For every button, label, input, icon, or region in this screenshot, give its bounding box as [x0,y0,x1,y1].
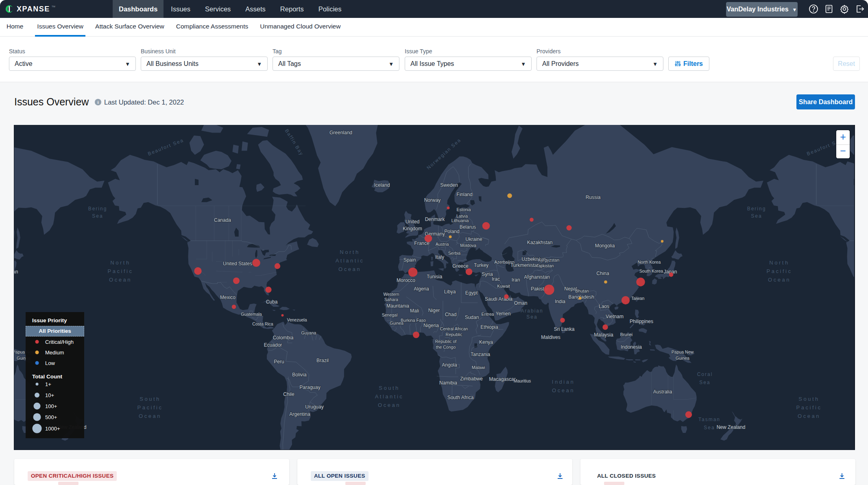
svg-text:Russia: Russia [586,194,601,200]
svg-text:Sweden: Sweden [440,182,458,188]
svg-text:Spain: Spain [403,257,416,263]
svg-text:Greenland: Greenland [329,130,352,135]
svg-text:Eritrea: Eritrea [482,312,494,317]
svg-text:Republic: Republic [446,332,462,337]
svg-text:Coral: Coral [697,371,713,377]
svg-text:Guinea: Guinea [390,321,403,326]
svg-text:Zimbabwe: Zimbabwe [460,376,483,382]
svg-text:Chad: Chad [445,312,457,317]
svg-text:Taiwan: Taiwan [631,296,645,301]
svg-text:Libya: Libya [444,289,456,295]
svg-text:Republic of: Republic of [435,339,457,344]
svg-text:North: North [110,260,130,266]
svg-text:Peru: Peru [274,359,284,365]
svg-text:Tasman: Tasman [698,417,720,422]
svg-text:Bangladesh: Bangladesh [568,294,594,300]
svg-text:Moldova: Moldova [460,243,476,248]
svg-text:Ethiopia: Ethiopia [480,324,498,330]
svg-text:Ocean: Ocean [338,266,361,272]
svg-text:Brunei: Brunei [620,332,632,337]
svg-text:Paraguay: Paraguay [299,385,320,390]
svg-text:Indonesia: Indonesia [621,344,642,350]
svg-text:Sea: Sea [751,213,762,219]
svg-text:Philippines: Philippines [630,319,653,324]
svg-text:Egypt: Egypt [465,290,478,296]
svg-text:Estonia: Estonia [456,207,471,212]
svg-text:Pacific: Pacific [137,404,163,411]
svg-text:New Zealand: New Zealand [717,424,746,430]
svg-text:Sudan: Sudan [465,315,479,320]
svg-text:Lithuania: Lithuania [451,218,469,223]
svg-text:Japan: Japan [14,269,18,275]
svg-text:Nigeria: Nigeria [423,323,439,328]
svg-text:Namibia: Namibia [439,380,457,386]
svg-text:Turkey: Turkey [474,262,489,268]
svg-text:Vietnam: Vietnam [606,314,624,319]
svg-text:Ocean: Ocean [552,387,575,393]
svg-text:Burkina Faso: Burkina Faso [401,318,426,323]
svg-text:Iceland: Iceland [374,182,390,188]
svg-text:Denmark: Denmark [425,216,445,222]
svg-text:Laos: Laos [599,304,609,309]
svg-text:Niger: Niger [428,308,440,313]
svg-text:Finland: Finland [456,192,472,197]
svg-text:Colombia: Colombia [273,335,294,341]
svg-text:Australia: Australia [653,389,672,395]
svg-text:Norway: Norway [424,197,441,203]
svg-text:Macagascar: Macagascar [489,376,515,382]
svg-text:Mauritius: Mauritius [514,378,531,383]
svg-text:Poland: Poland [444,229,459,234]
svg-text:Oman: Oman [514,300,528,306]
svg-text:South: South [798,396,819,402]
svg-text:Algeria: Algeria [414,286,429,292]
svg-text:Costa Rica: Costa Rica [252,321,273,326]
svg-text:Guinea: Guinea [676,356,689,360]
svg-text:Morocco: Morocco [397,277,415,283]
svg-text:South Africa: South Africa [447,395,474,400]
svg-text:Senegal: Senegal [382,312,398,317]
svg-text:Guatemala: Guatemala [241,312,262,317]
svg-text:Mauritania: Mauritania [386,303,409,309]
svg-text:the Congo: the Congo [436,345,456,350]
svg-text:South: South [140,396,160,402]
svg-text:Yemen: Yemen [496,311,511,317]
svg-text:Afghanistan: Afghanistan [524,274,550,280]
svg-text:Angola: Angola [442,362,457,368]
svg-text:Kuwait: Kuwait [497,284,510,288]
svg-text:North Korea: North Korea [638,260,661,264]
svg-text:Sea: Sea [526,314,537,320]
svg-text:Tajikistan: Tajikistan [536,263,554,268]
svg-text:Atlantic: Atlantic [375,393,404,400]
svg-text:Sea: Sea [704,425,715,430]
svg-text:Bering: Bering [88,206,107,212]
svg-text:North: North [769,260,789,266]
svg-text:Greece: Greece [452,263,469,269]
svg-text:Western: Western [384,292,399,297]
svg-text:Sea: Sea [699,380,710,385]
svg-text:Uruguay: Uruguay [305,404,323,410]
svg-text:Ocean: Ocean [109,277,132,283]
svg-text:Serbia: Serbia [448,251,461,256]
svg-text:Ecuador: Ecuador [264,342,282,348]
svg-text:South Korea: South Korea [639,269,663,273]
svg-text:Turkmenistan: Turkmenistan [510,262,540,268]
svg-text:Sri Lanka: Sri Lanka [554,326,575,332]
svg-text:Pacific: Pacific [767,268,792,274]
svg-text:Malaysia: Malaysia [594,332,613,338]
svg-text:Central African: Central African [440,326,468,331]
svg-text:Iran: Iran [512,277,520,283]
svg-text:Argentina: Argentina [289,411,310,417]
svg-text:Syria: Syria [482,271,493,277]
svg-text:Ocean: Ocean [768,277,791,283]
svg-text:Irac: Irac [492,276,500,282]
svg-text:Kingdom: Kingdom [403,226,422,232]
svg-text:Sea: Sea [92,213,103,219]
svg-text:Brazil: Brazil [316,358,329,363]
svg-text:Kyrgyzstan: Kyrgyzstan [538,258,559,262]
svg-text:Ukraine: Ukraine [465,236,482,242]
svg-text:Pacific: Pacific [796,404,822,411]
svg-text:Ocean: Ocean [378,402,401,408]
svg-text:Belarus: Belarus [460,224,476,230]
svg-text:Guyana: Guyana [301,330,316,335]
svg-text:Pacific: Pacific [108,268,133,274]
